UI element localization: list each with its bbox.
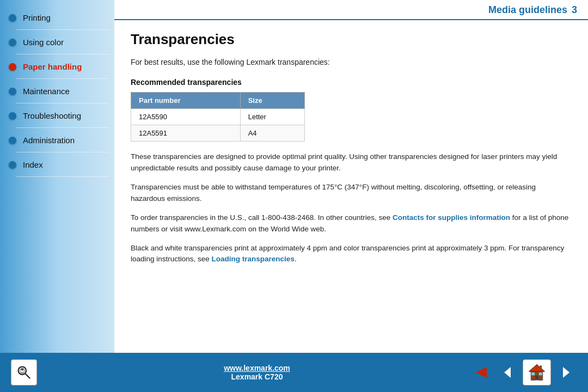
sidebar-dot-administration — [9, 137, 16, 144]
sidebar-label-index: Index — [23, 160, 43, 169]
header-page: 3 — [572, 4, 577, 16]
body-text-1: These transparencies are designed to pro… — [131, 151, 572, 174]
svg-marker-5 — [504, 367, 511, 378]
footer-right — [470, 359, 577, 385]
table-cell-part-1: 12A5590 — [131, 109, 241, 125]
svg-rect-9 — [531, 372, 535, 375]
svg-rect-8 — [535, 375, 538, 380]
sidebar: Printing Using color Paper handling Main… — [0, 0, 114, 353]
sidebar-dot-printing — [9, 14, 16, 22]
intro-text: For best results, use the following Lexm… — [131, 57, 572, 68]
home-button[interactable] — [523, 359, 551, 385]
sidebar-dot-index — [9, 161, 16, 169]
sidebar-item-administration[interactable]: Administration — [0, 128, 114, 152]
content-area: Media guidelines 3 Transparencies For be… — [114, 0, 588, 353]
main-container: Printing Using color Paper handling Main… — [0, 0, 588, 353]
footer: www.lexmark.com Lexmark C720 — [0, 353, 588, 392]
sidebar-dot-troubleshooting — [9, 112, 16, 120]
table-cell-size-1: Letter — [240, 109, 304, 125]
sidebar-item-troubleshooting[interactable]: Troubleshooting — [0, 103, 114, 128]
table-header-size: Size — [240, 93, 304, 109]
prev-arrow-icon — [500, 365, 515, 380]
svg-rect-11 — [540, 365, 542, 369]
sidebar-label-using-color: Using color — [23, 38, 64, 47]
svg-line-1 — [25, 373, 29, 378]
sidebar-item-printing[interactable]: Printing — [0, 5, 114, 30]
table-row: 12A5590 Letter — [131, 109, 305, 125]
svg-marker-13 — [563, 367, 569, 378]
recommendations-table: Part number Size 12A5590 Letter 12A5591 … — [131, 92, 305, 142]
prev-button[interactable] — [497, 362, 518, 383]
sidebar-dot-using-color — [9, 39, 16, 46]
body-text-4: Black and white transparencies print at … — [131, 243, 572, 266]
home-icon — [527, 363, 547, 382]
loading-link[interactable]: Loading transparencies — [212, 255, 295, 263]
content-body: Transparencies For best results, use the… — [114, 20, 588, 353]
sidebar-dot-paper-handling — [9, 63, 16, 71]
back-button[interactable] — [470, 362, 492, 383]
sidebar-item-using-color[interactable]: Using color — [0, 30, 114, 54]
footer-model: Lexmark C720 — [44, 372, 470, 381]
table-header-part: Part number — [131, 93, 241, 109]
sidebar-item-index[interactable]: Index — [0, 152, 114, 177]
footer-center: www.lexmark.com Lexmark C720 — [44, 364, 470, 381]
table-cell-size-2: A4 — [240, 125, 304, 142]
sidebar-label-paper-handling: Paper handling — [23, 62, 82, 71]
sidebar-label-administration: Administration — [23, 136, 75, 145]
svg-rect-10 — [539, 372, 542, 375]
search-button[interactable] — [11, 359, 37, 385]
body-text-2: Transparencies must be able to withstand… — [131, 182, 572, 205]
sidebar-dot-maintenance — [9, 88, 16, 95]
table-cell-part-2: 12A5591 — [131, 125, 241, 142]
section-heading: Recommended transparencies — [131, 78, 572, 87]
sidebar-label-printing: Printing — [23, 13, 51, 22]
back-arrow-icon — [474, 365, 489, 380]
contacts-link[interactable]: Contacts for supplies information — [393, 213, 510, 222]
svg-marker-4 — [476, 367, 487, 378]
search-icon — [15, 364, 33, 381]
sidebar-label-maintenance: Maintenance — [23, 87, 70, 96]
sidebar-label-troubleshooting: Troubleshooting — [23, 111, 81, 120]
table-row: 12A5591 A4 — [131, 125, 305, 142]
svg-point-3 — [21, 368, 23, 371]
footer-left — [11, 359, 44, 385]
header-title: Media guidelines — [488, 4, 567, 16]
next-button[interactable] — [555, 362, 577, 383]
footer-website[interactable]: www.lexmark.com — [44, 364, 470, 372]
body-text-3: To order transparencies in the U.S., cal… — [131, 212, 572, 235]
sidebar-item-maintenance[interactable]: Maintenance — [0, 79, 114, 103]
next-arrow-icon — [559, 365, 574, 380]
sidebar-item-paper-handling[interactable]: Paper handling — [0, 54, 114, 79]
content-header: Media guidelines 3 — [114, 0, 588, 20]
page-title: Transparencies — [131, 31, 572, 48]
